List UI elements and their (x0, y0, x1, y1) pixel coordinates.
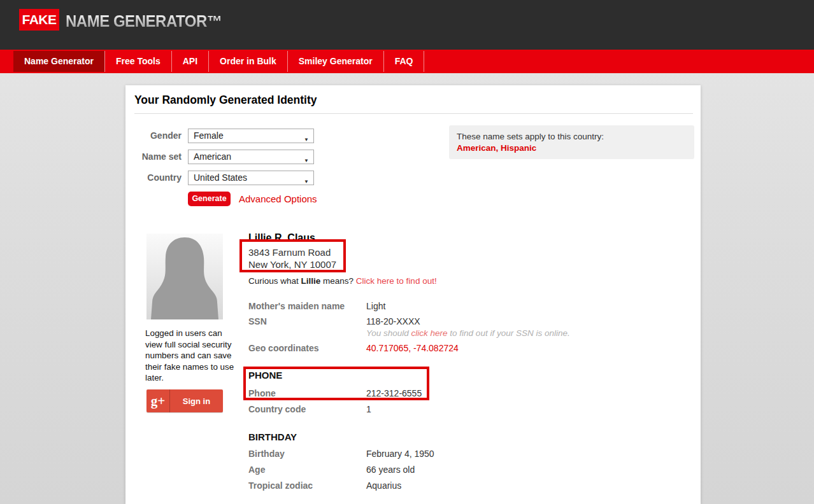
gender-label: Gender (125, 130, 182, 141)
phone-label: Phone (248, 388, 366, 398)
maiden-name-row: Mother's maiden nameLight (248, 301, 385, 311)
site-header: FAKE NAME GENERATOR™ (0, 0, 814, 50)
geo-row: Geo coordinates40.717065, -74.082724 (248, 343, 459, 353)
birthday-section-title: BIRTHDAY (248, 431, 297, 442)
content-panel: Your Randomly Generated Identity Gender … (125, 85, 701, 504)
title-divider (134, 113, 693, 114)
google-signin-label: Sign in (170, 389, 223, 412)
page-title: Your Randomly Generated Identity (134, 94, 317, 107)
phone-value: 212-312-6555 (366, 388, 422, 398)
phone-section-title: PHONE (248, 370, 282, 381)
ssn-note-suffix: to find out if your SSN is online. (448, 328, 570, 338)
address-line2: New York, NY 10007 (248, 259, 336, 270)
google-signin-button[interactable]: g+ Sign in (146, 389, 223, 412)
nav-tab-faq[interactable]: FAQ (383, 51, 425, 72)
chevron-down-icon: ▼ (304, 154, 309, 167)
nav-tabs: Name Generator Free Tools API Order in B… (13, 50, 814, 73)
zodiac-label: Tropical zodiac (248, 480, 366, 491)
zodiac-row: Tropical zodiacAquarius (248, 480, 401, 491)
name-meaning-link[interactable]: Click here to find out! (356, 276, 437, 286)
geo-label: Geo coordinates (248, 343, 366, 353)
name-set-select[interactable]: American ▼ (188, 150, 314, 164)
logged-in-note: Logged in users can view full social sec… (145, 328, 236, 384)
ssn-label: SSN (248, 316, 366, 326)
country-code-row: Country code1 (248, 404, 371, 414)
nav-tab-smiley-generator[interactable]: Smiley Generator (287, 51, 383, 72)
name-meaning-line: Curious what Lillie means? Click here to… (248, 276, 437, 286)
birthday-label: Birthday (248, 449, 366, 459)
age-label: Age (248, 465, 366, 475)
nav-tab-api[interactable]: API (171, 51, 208, 72)
curious-prefix: Curious what (248, 276, 301, 286)
nameset-notice: These name sets apply to this country: A… (449, 125, 694, 159)
maiden-name-label: Mother's maiden name (248, 301, 366, 311)
female-silhouette-avatar (146, 234, 223, 319)
nav-tab-order-in-bulk[interactable]: Order in Bulk (208, 51, 287, 72)
gender-select-value: Female (194, 130, 224, 141)
nameset-link-separator: , (496, 143, 501, 153)
zodiac-value: Aquarius (366, 480, 401, 491)
logo-text[interactable]: NAME GENERATOR™ (66, 12, 222, 31)
main-nav: Name Generator Free Tools API Order in B… (0, 50, 814, 73)
google-plus-icon: g+ (146, 389, 170, 412)
generated-address: 3843 Farnum Road New York, NY 10007 (248, 247, 336, 270)
chevron-down-icon: ▼ (304, 133, 309, 146)
chevron-down-icon: ▼ (304, 175, 309, 188)
female-silhouette-icon (146, 234, 223, 319)
nameset-link-american[interactable]: American (457, 143, 496, 153)
nav-tab-free-tools[interactable]: Free Tools (104, 51, 171, 72)
nav-tab-name-generator[interactable]: Name Generator (13, 51, 104, 72)
age-value: 66 years old (366, 465, 415, 475)
phone-row: Phone212-312-6555 (248, 388, 422, 398)
advanced-options-link[interactable]: Advanced Options (239, 193, 317, 204)
generated-name: Lillie R. Claus (248, 232, 315, 244)
country-code-value: 1 (366, 404, 371, 414)
birthday-row: BirthdayFebruary 4, 1950 (248, 449, 434, 459)
ssn-note: You should click here to find out if you… (366, 328, 570, 338)
age-row: Age66 years old (248, 465, 415, 475)
ssn-row: SSN118-20-XXXX (248, 316, 420, 326)
ssn-check-link[interactable]: click here (411, 328, 448, 338)
country-label: Country (125, 172, 182, 183)
ssn-note-prefix: You should (366, 328, 411, 338)
maiden-name-value: Light (366, 301, 385, 311)
curious-middle: means? (320, 276, 356, 286)
address-line1: 3843 Farnum Road (248, 247, 331, 258)
geo-coordinates-link[interactable]: 40.717065, -74.082724 (366, 343, 459, 353)
name-set-label: Name set (125, 151, 182, 162)
country-select-value: United States (194, 172, 247, 183)
curious-name: Lillie (301, 276, 321, 286)
name-set-select-value: American (194, 151, 231, 162)
gender-select[interactable]: Female ▼ (188, 129, 314, 143)
ssn-value: 118-20-XXXX (366, 316, 420, 326)
nameset-link-hispanic[interactable]: Hispanic (501, 143, 536, 153)
logo-fake-badge[interactable]: FAKE (19, 9, 59, 31)
generate-button[interactable]: Generate (188, 192, 231, 206)
country-code-label: Country code (248, 404, 366, 414)
birthday-value: February 4, 1950 (366, 449, 434, 459)
country-select[interactable]: United States ▼ (188, 171, 314, 185)
nameset-notice-text: These name sets apply to this country: (457, 132, 604, 141)
